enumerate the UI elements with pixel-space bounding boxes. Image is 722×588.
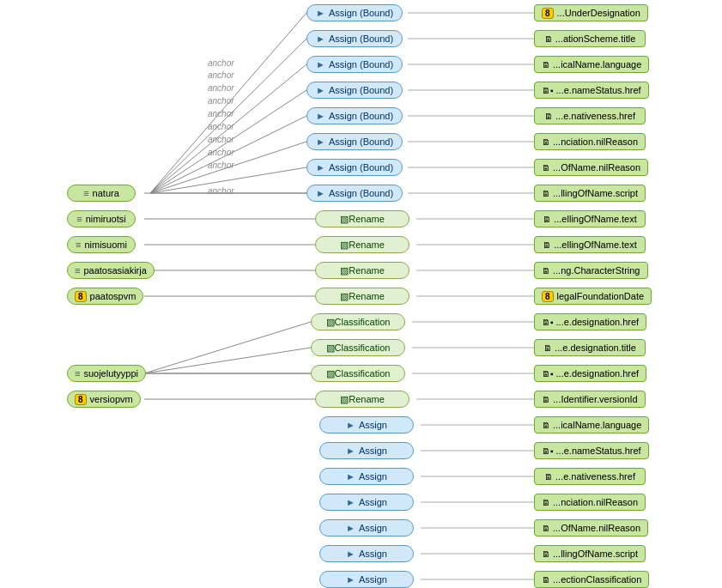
mid-node-mid-4[interactable]: ►Assign (Bound) (306, 107, 403, 124)
badge-icon: 8 (542, 291, 554, 302)
left-node-paatosasiakirja[interactable]: ≡paatosasiakirja (67, 262, 155, 279)
right-node-right-0[interactable]: 8...UnderDesignation (534, 4, 648, 21)
mid-node-mid-7[interactable]: ►Assign (Bound) (306, 185, 403, 202)
right-node-right-7[interactable]: 🗎...llingOfName.script (534, 185, 646, 202)
right-node-right-12[interactable]: 🗎▪...e.designation.href (534, 313, 646, 330)
arrow-icon: ► (346, 446, 355, 456)
mid-node-mid-5[interactable]: ►Assign (Bound) (306, 133, 403, 150)
right-node-right-2[interactable]: 🗎...icalName.language (534, 56, 649, 73)
right-node-right-20[interactable]: 🗎...OfName.nilReason (534, 519, 648, 536)
left-node-nimisuomi[interactable]: ≡nimisuomi (67, 236, 136, 253)
arrow-icon: ► (346, 497, 355, 507)
node-label: Assign (Bound) (329, 8, 393, 18)
arrow-icon: ► (316, 188, 325, 198)
mid-node-mid-22[interactable]: ►Assign (319, 571, 414, 588)
node-label: Classification (335, 317, 391, 327)
list-icon: ▧ (340, 291, 349, 302)
arrow-icon: ► (316, 162, 325, 173)
mid-node-mid-11[interactable]: ▧Rename (315, 288, 410, 305)
mid-node-mid-0[interactable]: ►Assign (Bound) (306, 4, 403, 21)
list-icon: ≡ (83, 188, 88, 198)
anchor-label-8: anchor (208, 161, 234, 170)
right-node-right-13[interactable]: 🗎...e.designation.title (534, 339, 646, 356)
mid-node-mid-10[interactable]: ▧Rename (315, 262, 410, 279)
mid-node-mid-17[interactable]: ►Assign (319, 442, 414, 459)
right-node-right-9[interactable]: 🗎...ellingOfName.text (534, 236, 646, 253)
right-node-right-21[interactable]: 🗎...llingOfName.script (534, 545, 646, 562)
right-node-right-3[interactable]: 🗎▪...e.nameStatus.href (534, 82, 649, 99)
node-label: natura (93, 188, 119, 198)
mid-node-mid-6[interactable]: ►Assign (Bound) (306, 159, 403, 176)
right-node-right-18[interactable]: 🗎...e.nativeness.href (534, 468, 646, 485)
node-label: nimiruotsi (86, 214, 126, 224)
left-node-suojelutyyppi[interactable]: ≡suojelutyyppi (67, 365, 146, 382)
node-label: paatosasiakirja (83, 265, 146, 276)
mid-node-mid-1[interactable]: ►Assign (Bound) (306, 30, 403, 47)
doc2-icon: 🗎▪ (542, 318, 554, 327)
right-node-right-22[interactable]: 🗎...ectionClassification (534, 571, 649, 588)
node-label: Assign (359, 446, 387, 456)
anchor-label-1: anchor (208, 70, 234, 80)
left-node-versiopvm[interactable]: 8versiopvm (67, 391, 141, 408)
list-icon: ▧ (326, 368, 335, 379)
right-node-right-19[interactable]: 🗎...nciation.nilReason (534, 494, 646, 511)
arrow-icon: ► (346, 523, 355, 533)
anchor-label-6: anchor (208, 135, 234, 144)
badge-icon: 8 (542, 8, 554, 19)
mid-node-mid-14[interactable]: ▧Classification (311, 365, 405, 382)
node-label: ...Identifier.versionId (553, 394, 637, 404)
mid-node-mid-21[interactable]: ►Assign (319, 545, 414, 562)
right-node-right-14[interactable]: 🗎▪...e.designation.href (534, 365, 646, 382)
right-node-right-11[interactable]: 8legalFoundationDate (534, 288, 652, 305)
node-label: Assign (Bound) (329, 136, 393, 147)
right-node-right-6[interactable]: 🗎...OfName.nilReason (534, 159, 648, 176)
node-label: Assign (359, 523, 387, 533)
mid-node-mid-9[interactable]: ▧Rename (315, 236, 410, 253)
mid-node-mid-13[interactable]: ▧Classification (311, 339, 405, 356)
node-label: Assign (359, 549, 387, 559)
mid-node-mid-3[interactable]: ►Assign (Bound) (306, 82, 403, 99)
doc-icon: 🗎 (543, 343, 552, 353)
doc2-icon: 🗎▪ (542, 86, 554, 95)
node-label: ...nciation.nilReason (553, 497, 638, 507)
node-label: ...UnderDesignation (557, 8, 640, 18)
node-label: versiopvm (90, 394, 133, 404)
right-node-right-17[interactable]: 🗎▪...e.nameStatus.href (534, 442, 649, 459)
left-node-natura[interactable]: ≡natura (67, 185, 136, 202)
node-label: ...e.designation.href (556, 368, 640, 379)
right-node-right-4[interactable]: 🗎...e.nativeness.href (534, 107, 646, 124)
node-label: Classification (335, 342, 391, 353)
anchor-label-5: anchor (208, 122, 234, 131)
right-node-right-15[interactable]: 🗎...Identifier.versionId (534, 391, 646, 408)
mid-node-mid-12[interactable]: ▧Classification (311, 313, 405, 330)
node-label: Assign (359, 574, 387, 585)
node-label: ...e.nativeness.href (555, 111, 635, 121)
svg-line-38 (144, 322, 311, 373)
right-node-right-5[interactable]: 🗎...nciation.nilReason (534, 133, 646, 150)
list-icon: ▧ (326, 342, 335, 354)
node-label: Rename (349, 291, 385, 301)
right-node-right-10[interactable]: 🗎...ng.CharacterString (534, 262, 648, 279)
mid-node-mid-2[interactable]: ►Assign (Bound) (306, 56, 403, 73)
node-label: Rename (349, 394, 385, 404)
mid-node-mid-8[interactable]: ▧Rename (315, 210, 410, 227)
right-node-right-8[interactable]: 🗎...ellingOfName.text (534, 210, 646, 227)
doc-icon: 🗎 (542, 575, 550, 585)
doc-icon: 🗎 (542, 60, 550, 70)
doc-icon: 🗎 (542, 549, 550, 559)
left-node-paatospvm[interactable]: 8paatospvm (67, 288, 143, 305)
mid-node-mid-18[interactable]: ►Assign (319, 468, 414, 485)
mid-node-mid-19[interactable]: ►Assign (319, 494, 414, 511)
arrow-icon: ► (346, 471, 355, 482)
mid-node-mid-16[interactable]: ►Assign (319, 416, 414, 433)
right-node-right-16[interactable]: 🗎...icalName.language (534, 416, 649, 433)
left-node-nimiruotsi[interactable]: ≡nimiruotsi (67, 210, 136, 227)
mid-node-mid-20[interactable]: ►Assign (319, 519, 414, 536)
node-label: paatospvm (90, 291, 137, 301)
node-label: ...nciation.nilReason (553, 136, 638, 147)
right-node-right-1[interactable]: 🗎...ationScheme.title (534, 30, 646, 47)
arrow-icon: ► (346, 549, 355, 559)
mid-node-mid-15[interactable]: ▧Rename (315, 391, 410, 408)
doc-icon: 🗎 (542, 498, 550, 507)
doc-icon: 🗎 (543, 215, 551, 224)
